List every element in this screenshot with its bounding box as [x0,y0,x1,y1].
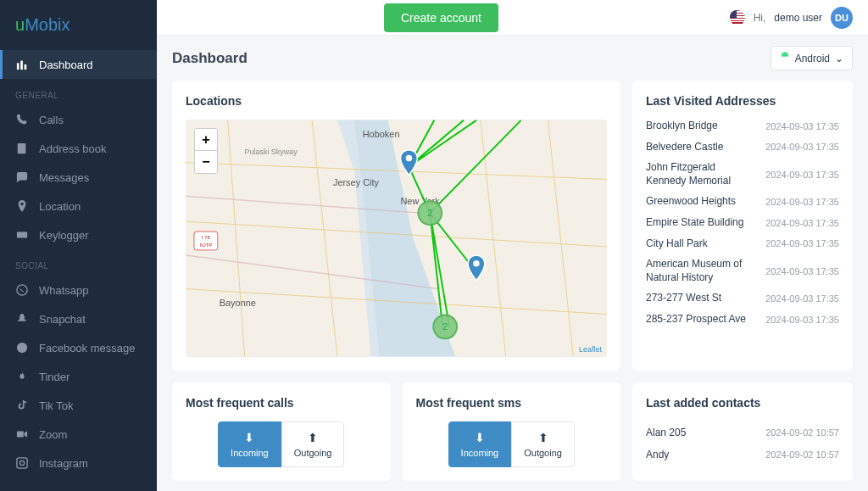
address-row[interactable]: American Museum of Natural History2024-0… [646,258,839,284]
address-row[interactable]: 273-277 West St2024-09-03 17:35 [646,292,839,305]
contact-icon [15,142,29,155]
sms-outgoing-label: Outgoing [524,448,562,458]
nav-instagram[interactable]: Instagram [0,449,157,477]
sms-incoming-label: Incoming [461,448,499,458]
addresses-card: Last Visited Addresses Brooklyn Bridge20… [632,81,853,371]
nav-messages-label: Messages [39,171,89,184]
nav-dashboard-label: Dashboard [39,59,93,71]
nav-addressbook[interactable]: Address book [0,134,157,163]
address-row[interactable]: Belvedere Castle2024-09-03 17:35 [646,141,839,154]
nav: Dashboard GENERAL Calls Address book Mes… [0,50,157,491]
address-row[interactable]: 285-237 Prospect Ave2024-09-03 17:35 [646,313,839,326]
nav-fbmessage[interactable]: Facebook message [0,333,157,362]
arrow-up-icon: ⬆ [538,431,548,444]
flag-icon[interactable] [730,10,745,25]
calls-incoming-tab[interactable]: ⬇Incoming [218,421,281,467]
sidebar: uMobix Dashboard GENERAL Calls Address b… [0,0,157,491]
platform-select[interactable]: Android ⌄ [771,46,853,70]
address-name: 273-277 West St [646,292,721,305]
page-header: Dashboard Android ⌄ [157,36,868,81]
nav-snapchat-label: Snapchat [39,313,86,326]
svg-text:Jersey City: Jersey City [333,177,380,187]
svg-text:I 78: I 78 [202,235,211,240]
zoom-icon [15,427,29,441]
address-date: 2024-09-03 17:35 [765,197,839,207]
svg-rect-4 [17,232,27,238]
avatar[interactable]: DU [831,7,853,29]
create-account-button[interactable]: Create account [384,3,498,32]
logo-m: Mobix [25,15,70,34]
address-row[interactable]: Empire State Building2024-09-03 17:35 [646,216,839,230]
page-title: Dashboard [172,50,248,67]
sms-outgoing-tab[interactable]: ⬆Outgoing [511,421,575,467]
svg-text:Bayonne: Bayonne [220,298,256,308]
contact-date: 2024-09-02 10:57 [765,427,839,438]
nav-keylogger[interactable]: Keylogger [0,220,157,249]
nav-tinder[interactable]: Tinder [0,362,157,391]
address-date: 2024-09-03 17:35 [765,218,839,228]
address-date: 2024-09-03 17:35 [765,142,839,152]
username: demo user [774,12,822,24]
platform-label: Android [795,53,830,64]
contact-name: Alan 205 [646,427,686,438]
nav-calls[interactable]: Calls [0,105,157,134]
calls-card: Most frequent calls ⬇Incoming ⬆Outgoing [172,382,391,481]
contacts-title: Last added contacts [646,396,839,410]
snapchat-icon [15,312,29,326]
topbar-user-area: Hi, demo user DU [730,7,853,29]
address-row[interactable]: John Fitzgerald Kennedy Memorial2024-09-… [646,161,839,187]
zoom-in-button[interactable]: + [195,129,217,151]
address-row[interactable]: Brooklyn Bridge2024-09-03 17:35 [646,120,839,133]
keyboard-icon [15,228,29,242]
arrow-down-icon: ⬇ [475,431,485,444]
svg-point-34 [406,156,411,161]
sms-title: Most frequent sms [416,396,608,410]
address-row[interactable]: Greenwood Heights2024-09-03 17:35 [646,195,839,209]
android-icon [780,52,790,64]
address-date: 2024-09-03 17:35 [765,266,839,276]
nav-snapchat[interactable]: Snapchat [0,304,157,333]
address-list: Brooklyn Bridge2024-09-03 17:35Belvedere… [646,120,839,326]
address-date: 2024-09-03 17:35 [765,121,839,131]
nav-messages[interactable]: Messages [0,163,157,192]
nav-zoom[interactable]: Zoom [0,420,157,449]
nav-instagram-label: Instagram [39,457,88,470]
nav-tiktok[interactable]: Tik Tok [0,391,157,420]
svg-point-11 [786,54,787,55]
map-attribution[interactable]: Leaflet [579,345,602,354]
svg-point-6 [17,343,27,353]
contact-row[interactable]: Alan 2052024-09-02 10:57 [646,421,839,444]
contact-row[interactable]: Andy2024-09-02 10:57 [646,444,839,466]
address-date: 2024-09-03 17:35 [765,238,839,248]
pin-icon [15,199,29,213]
calls-outgoing-tab[interactable]: ⬆Outgoing [281,421,345,467]
arrow-down-icon: ⬇ [244,431,254,444]
logo-u: u [15,15,25,34]
svg-rect-8 [17,458,27,468]
chevron-down-icon: ⌄ [835,53,843,64]
calls-title: Most frequent calls [186,396,377,410]
logo: uMobix [0,10,157,50]
nav-location[interactable]: Location [0,192,157,220]
contacts-card: Last added contacts Alan 2052024-09-02 1… [632,382,853,481]
svg-text:2: 2 [427,208,432,218]
svg-point-9 [19,460,24,465]
svg-point-35 [474,261,479,266]
nav-whatsapp[interactable]: Whatsapp [0,276,157,304]
main: Create account Hi, demo user DU Dashboar… [157,0,868,491]
address-row[interactable]: City Hall Park2024-09-03 17:35 [646,237,839,251]
nav-dashboard[interactable]: Dashboard [0,50,157,79]
map[interactable]: Hoboken Pulaski Skyway New York Jersey C… [186,120,607,357]
svg-point-10 [782,54,783,55]
nav-whatsapp-label: Whatsapp [39,284,89,297]
tiktok-icon [15,399,29,412]
zoom-out-button[interactable]: − [195,151,217,173]
calls-outgoing-label: Outgoing [294,448,332,458]
messenger-icon [15,341,29,354]
addresses-title: Last Visited Addresses [646,94,839,108]
nav-addressbook-label: Address book [39,142,107,155]
svg-rect-1 [20,61,23,70]
svg-rect-0 [17,63,19,70]
sms-incoming-tab[interactable]: ⬇Incoming [448,421,512,467]
contact-list: Alan 2052024-09-02 10:57Andy2024-09-02 1… [646,421,839,466]
